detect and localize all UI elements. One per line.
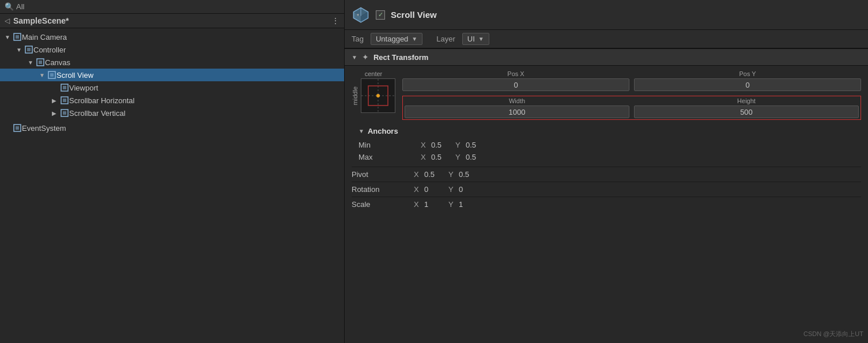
tag-dropdown[interactable]: Untagged ▼ [371, 33, 422, 45]
inspector-panel: ▼ ✓ Scroll View Tag Untagged ▼ Layer UI … [345, 0, 868, 343]
tree-item-scrollbar-horizontal[interactable]: ▶ Scrollbar Horizontal [0, 94, 344, 107]
scale-x-value: 1 [424, 200, 441, 209]
anchors-header[interactable]: ▼ Anchors [358, 127, 854, 135]
tree-arrow-scroll-view: ▼ [39, 72, 47, 78]
anchors-min-label: Min [358, 141, 416, 149]
rect-transform-content: center middle [345, 66, 868, 218]
pivot-x-label: X [414, 170, 422, 179]
anchors-min-x-label: X [421, 141, 429, 149]
tree-arrow-controller: ▼ [16, 47, 24, 53]
pivot-x-value: 0.5 [424, 170, 441, 179]
scene-icon: ◁ [5, 17, 10, 25]
rotation-y-group: Y 0 [448, 185, 476, 194]
svg-rect-3 [27, 48, 31, 51]
layer-dropdown-arrow: ▼ [478, 36, 484, 42]
tree-item-main-camera[interactable]: ▼ Main Camera [0, 31, 344, 43]
svg-point-25 [376, 94, 380, 97]
tag-label: Tag [352, 35, 364, 43]
cube-icon-scroll-view [47, 70, 56, 80]
tree-item-controller[interactable]: ▼ Controller [0, 43, 344, 56]
scale-values: X 1 Y 1 [414, 200, 861, 209]
rect-transform-icon: ✦ [362, 52, 369, 62]
tree-arrow-main-camera: ▼ [5, 34, 13, 40]
anchors-min-y-label: Y [455, 141, 463, 149]
pos-row: Pos X Pos Y [402, 70, 861, 91]
cube-icon-eventsystem [13, 123, 22, 133]
anchor-widget: center middle [352, 70, 395, 113]
scale-x-label: X [414, 200, 422, 209]
anchors-min-x-group: X 0.5 [421, 141, 448, 149]
cube-icon-main-camera [13, 32, 22, 42]
pos-x-label: Pos X [402, 70, 629, 77]
tag-value: Untagged [376, 35, 408, 43]
anchor-side-label: middle [352, 86, 358, 105]
rect-transform-header[interactable]: ▼ ✦ Rect Transform [345, 48, 868, 66]
tree-label-canvas: Canvas [45, 58, 70, 67]
tree-label-eventsystem: EventSystem [22, 124, 66, 133]
anchors-max-values: X 0.5 Y 0.5 [421, 153, 854, 161]
anchors-max-y-label: Y [455, 153, 463, 161]
rotation-y-value: 0 [459, 185, 476, 194]
anchor-crosshair [361, 79, 395, 112]
anchors-min-x-value: 0.5 [431, 141, 448, 149]
anchors-section: ▼ Anchors Min X 0.5 Y 0.5 [352, 123, 861, 167]
width-input[interactable] [405, 105, 629, 118]
tree-item-scrollbar-vertical[interactable]: ▶ Scrollbar Vertical [0, 107, 344, 119]
tree-arrow-viewport: ▶ [52, 85, 60, 91]
tree-item-canvas[interactable]: ▼ Canvas [0, 56, 344, 69]
pivot-values: X 0.5 Y 0.5 [414, 170, 861, 179]
rotation-label: Rotation [352, 185, 409, 194]
tree-label-controller: Controller [33, 46, 66, 54]
scale-label: Scale [352, 200, 409, 209]
anchors-max-label: Max [358, 153, 416, 161]
scene-menu-button[interactable]: ⋮ [331, 16, 339, 25]
cube-icon-viewport [60, 83, 69, 92]
pos-x-group: Pos X [402, 70, 629, 91]
cube-icon-scrollbar-v [60, 108, 69, 118]
anchor-box[interactable] [361, 78, 395, 113]
rect-transform-title: Rect Transform [373, 53, 428, 62]
hierarchy-tree: ▼ Main Camera ▼ Controller ▼ Canvas [0, 28, 344, 343]
svg-rect-1 [16, 35, 19, 39]
scene-header: ◁ SampleScene* ⋮ [0, 14, 344, 28]
svg-rect-9 [63, 86, 66, 89]
anchors-arrow: ▼ [358, 128, 364, 134]
tree-arrow-scrollbar-h: ▶ [52, 97, 60, 104]
pivot-row: Pivot X 0.5 Y 0.5 [352, 167, 861, 182]
scale-y-label: Y [448, 200, 456, 209]
anchors-max-y-value: 0.5 [466, 153, 483, 161]
svg-text:▼: ▼ [356, 12, 360, 16]
layer-label: Layer [436, 35, 455, 43]
pivot-label: Pivot [352, 170, 409, 179]
anchors-max-y-group: Y 0.5 [455, 153, 483, 161]
svg-rect-13 [63, 111, 66, 115]
tree-arrow-canvas: ▼ [28, 59, 36, 66]
anchors-min-values: X 0.5 Y 0.5 [421, 141, 854, 149]
scene-name: SampleScene* [13, 16, 69, 25]
anchors-min-y-value: 0.5 [466, 141, 483, 149]
anchors-max-row: Max X 0.5 Y 0.5 [358, 151, 854, 163]
pos-y-input[interactable] [634, 78, 861, 91]
height-input[interactable] [634, 105, 859, 118]
svg-rect-7 [50, 73, 54, 77]
pivot-y-label: Y [448, 170, 456, 179]
component-enabled-checkbox[interactable]: ✓ [376, 10, 385, 20]
tree-item-viewport[interactable]: ▶ Viewport [0, 81, 344, 94]
svg-rect-15 [16, 126, 19, 130]
rect-transform-arrow: ▼ [352, 54, 357, 61]
pivot-y-value: 0.5 [459, 170, 476, 179]
pivot-y-group: Y 0.5 [448, 170, 476, 179]
pos-x-input[interactable] [402, 78, 629, 91]
anchors-max-x-value: 0.5 [431, 153, 448, 161]
tag-dropdown-arrow: ▼ [412, 36, 417, 42]
scroll-view-icon: ▼ [352, 5, 370, 25]
width-group: Width [405, 97, 629, 118]
tree-item-eventsystem[interactable]: ▶ EventSystem [0, 122, 344, 134]
anchors-min-row: Min X 0.5 Y 0.5 [358, 139, 854, 151]
scene-title-group: ◁ SampleScene* [5, 16, 69, 25]
anchor-top-label: center [365, 70, 383, 77]
scale-row: Scale X 1 Y 1 [352, 197, 861, 212]
svg-rect-5 [39, 61, 42, 64]
layer-dropdown[interactable]: UI ▼ [462, 33, 489, 45]
tree-item-scroll-view[interactable]: ▼ Scroll View [0, 69, 344, 81]
